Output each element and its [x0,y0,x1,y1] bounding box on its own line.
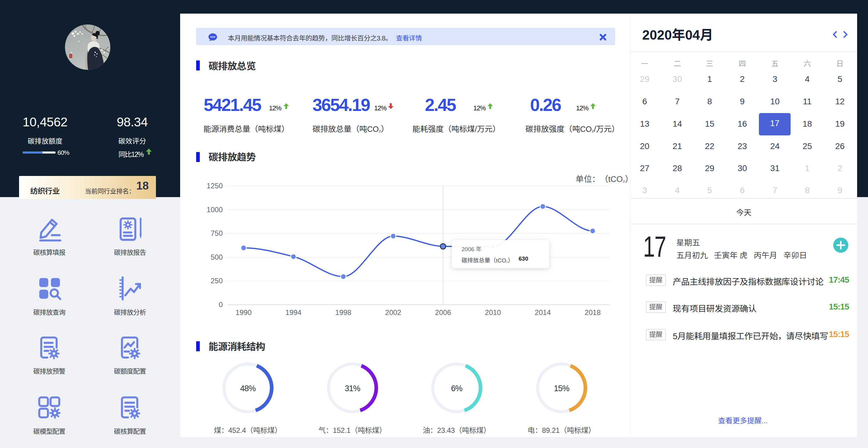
svg-text:2002: 2002 [385,308,401,317]
svg-text:1000: 1000 [207,206,223,214]
svg-text:1990: 1990 [236,308,251,317]
svg-text:750: 750 [211,229,223,237]
svg-text:0: 0 [219,300,223,309]
svg-text:2006: 2006 [435,308,451,317]
svg-text:1250: 1250 [207,182,223,190]
svg-text:250: 250 [211,277,223,285]
svg-text:500: 500 [211,253,223,261]
svg-text:1998: 1998 [335,308,351,317]
svg-text:2014: 2014 [535,308,551,317]
svg-text:2018: 2018 [585,308,600,317]
svg-text:2010: 2010 [485,308,501,317]
svg-text:1994: 1994 [285,308,301,317]
